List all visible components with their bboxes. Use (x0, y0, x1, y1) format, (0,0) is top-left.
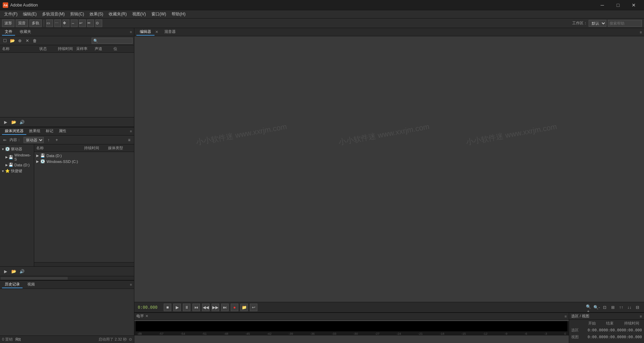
media-filter-btn[interactable]: ≡ (126, 137, 133, 143)
loop-button[interactable]: ↩ (250, 304, 257, 311)
history-panel-collapse[interactable]: ≡ (130, 283, 132, 287)
tab-editor[interactable]: 编辑器 (136, 28, 155, 36)
media-up-btn[interactable]: ↑ (45, 137, 52, 143)
channel-meter-close[interactable]: ✕ (145, 314, 148, 318)
tab-effects-rack[interactable]: 效果组 (26, 128, 43, 135)
zoom-fit-btn[interactable]: ⊡ (602, 304, 608, 310)
tab-properties[interactable]: 属性 (56, 128, 69, 135)
play-button[interactable]: ▶ (173, 304, 181, 311)
close-button[interactable]: ✕ (626, 0, 641, 10)
search-help-input[interactable] (608, 20, 642, 27)
zoom-v-in-btn[interactable]: ↑↑ (618, 304, 624, 310)
menu-item-multitrack[interactable]: 多轨混音(M) (39, 11, 67, 18)
tree-item-windows[interactable]: ▶ 💾 Windows-S (0, 152, 34, 162)
tab-media-browser[interactable]: 媒体浏览器 (2, 128, 26, 135)
play-btn[interactable]: ▶ (2, 119, 9, 126)
tool-btn-5[interactable]: ↩ (79, 20, 86, 27)
view-end-val: 0:00.000 (606, 335, 624, 339)
media-insert-btn[interactable]: 📂 (10, 268, 17, 275)
stop-button[interactable]: ■ (164, 304, 171, 311)
selection-collapse[interactable]: ≡ (640, 314, 642, 318)
tree-item-drives[interactable]: ▼ 💽 驱动器 (0, 146, 34, 152)
tab-history[interactable]: 历史记录 (2, 281, 23, 288)
media-content-select[interactable]: 驱动器 (24, 137, 44, 143)
menu-item-file[interactable]: 文件(F) (1, 11, 20, 18)
file-search-input[interactable] (92, 38, 133, 44)
selection-tab[interactable]: 选区 / 视图 (571, 314, 589, 319)
channel-scale-area: -dB -57 -54 -51 -48 -45 -42 -39 -36 -33 … (134, 321, 569, 335)
history-panel-header: 历史记录 视频 ≡ (0, 281, 134, 289)
tool-btn-1[interactable]: ▭ (46, 20, 53, 27)
editor-tab-close[interactable]: ✕ (155, 30, 158, 34)
tree-item-data[interactable]: ▶ 💾 Data (D:) (0, 162, 34, 168)
minimize-button[interactable]: ─ (595, 0, 610, 10)
menu-item-clip[interactable]: 剪辑(C) (67, 11, 87, 18)
open-folder-button[interactable]: 📁 (240, 304, 248, 311)
menu-item-window[interactable]: 窗口(W) (149, 11, 169, 18)
file-toolbar: ☐ 📂 ⊕ ✕ 🗑 (0, 36, 134, 45)
menu-item-view[interactable]: 视图(V) (130, 11, 149, 18)
view-values-row: 视图 0:00.000 0:00.000 0:00.000 (569, 333, 644, 340)
next-button[interactable]: ⏭ (221, 304, 229, 311)
tool-btn-6[interactable]: ✏ (87, 20, 94, 27)
view-row-label: 视图 (571, 334, 588, 340)
menu-bar: 文件(F) 编辑(E) 多轨混音(M) 剪辑(C) 效果(S) 收藏夹(R) 视… (0, 10, 644, 18)
media-vol-btn[interactable]: 🔊 (18, 268, 25, 275)
tree-item-shortcuts[interactable]: ▼ ⭐ 快捷键 (0, 168, 34, 174)
media-add-btn[interactable]: + (53, 137, 60, 143)
media-col-type: 媒体类型 (108, 145, 132, 151)
watermark-3: 小小软件迷 www.xxrjm.com (466, 121, 558, 147)
menu-item-edit[interactable]: 编辑(E) (20, 11, 39, 18)
tool-btn-3[interactable]: ✥ (63, 20, 69, 27)
media-columns: 名称 持续时间 媒体类型 (34, 144, 134, 152)
workspace-select[interactable]: 默认 (589, 20, 606, 27)
tab-favorites[interactable]: 收藏夹 (17, 28, 34, 36)
new-file-btn[interactable]: ☐ (1, 37, 8, 44)
media-scrollbar-horizontal[interactable] (34, 262, 134, 266)
rewind-button[interactable]: ◀◀ (202, 304, 210, 311)
multitrack-mode-button[interactable]: 多轨 (29, 20, 42, 27)
zoom-out-btn[interactable]: 🔍- (593, 304, 600, 310)
import-btn[interactable]: ⊕ (16, 37, 23, 44)
tool-btn-4[interactable]: ↔ (71, 20, 78, 27)
menu-item-help[interactable]: 帮助(H) (169, 11, 188, 18)
file-panel-collapse[interactable]: ≡ (130, 30, 132, 34)
tool-btn-7[interactable]: ⊙ (95, 20, 102, 27)
panel-collapse-btn[interactable]: ≡ (640, 30, 642, 34)
zoom-sel-btn[interactable]: ⊞ (610, 304, 616, 310)
maximize-button[interactable]: □ (611, 0, 626, 10)
list-item[interactable]: ▶ 💾 Data (D:) (34, 153, 134, 158)
watermark-2: 小小软件迷 www.xxrjm.com (338, 121, 430, 147)
delete-file-btn[interactable]: 🗑 (31, 37, 38, 44)
open-file-btn[interactable]: 📂 (9, 37, 16, 44)
media-list: ▶ 💾 Data (D:) ▶ 💽 Windows-SSD (C:) (34, 152, 134, 262)
status-bar-left: 0 置销 RIt 启动用了 2.32 秒 ⊙ (0, 335, 134, 343)
channel-meter-collapse[interactable]: ≡ (565, 314, 567, 318)
mixdown-mode-button[interactable]: 混音 (16, 20, 28, 27)
insert-btn[interactable]: 📂 (10, 119, 17, 126)
channel-meter-tab[interactable]: 电平 (136, 314, 144, 319)
close-file-btn[interactable]: ✕ (24, 37, 31, 44)
prev-button[interactable]: ⏮ (192, 304, 200, 311)
record-button[interactable]: ● (231, 304, 238, 311)
channel-meter: 电平 ✕ ≡ -dB -57 -54 -51 -48 -45 -42 -39 (134, 313, 569, 343)
menu-item-effects[interactable]: 效果(S) (87, 11, 106, 18)
tab-markers[interactable]: 标记 (43, 128, 56, 135)
zoom-v-fit-btn[interactable]: ⊟ (634, 304, 641, 310)
media-panel-collapse[interactable]: ≡ (130, 129, 132, 133)
pause-button[interactable]: ⏸ (183, 304, 190, 311)
list-item[interactable]: ▶ 💽 Windows-SSD (C:) (34, 158, 134, 164)
history-content (0, 289, 134, 335)
zoom-in-btn[interactable]: 🔍+ (585, 304, 591, 310)
menu-item-favorites[interactable]: 收藏夹(R) (106, 11, 130, 18)
zoom-v-out-btn[interactable]: ↓↓ (626, 304, 632, 310)
loop-play-btn[interactable]: 🔊 (18, 119, 25, 126)
forward-button[interactable]: ▶▶ (212, 304, 219, 311)
tool-btn-2[interactable]: ⋯ (54, 20, 61, 27)
tab-file[interactable]: 文件 (2, 28, 15, 36)
media-nav-btn[interactable]: ⇐ (1, 137, 8, 143)
waveform-mode-button[interactable]: 波形 (2, 20, 14, 27)
tab-mixer[interactable]: 混音器 (161, 28, 179, 36)
tab-video[interactable]: 视频 (25, 281, 38, 288)
media-play-btn[interactable]: ▶ (2, 268, 9, 275)
